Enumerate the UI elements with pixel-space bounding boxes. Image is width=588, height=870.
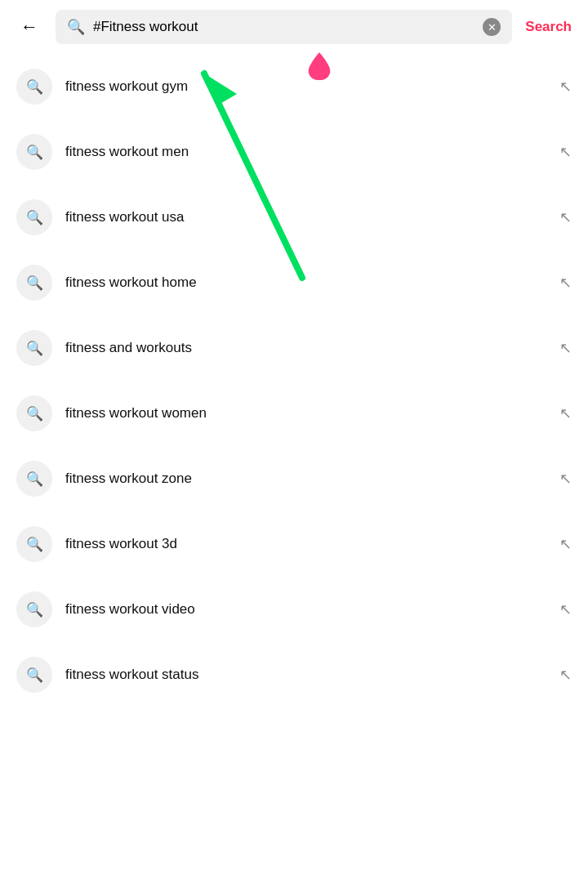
- search-circle-icon: 🔍: [16, 330, 52, 366]
- arrow-up-left-icon: ↖: [559, 208, 572, 226]
- search-circle-icon: 🔍: [16, 134, 52, 170]
- list-item[interactable]: 🔍 fitness workout gym ↖: [0, 54, 588, 119]
- search-icon: 🔍: [26, 209, 43, 226]
- arrow-up-left-icon: ↖: [559, 274, 572, 292]
- search-circle-icon: 🔍: [16, 265, 52, 301]
- list-item[interactable]: 🔍 fitness workout status ↖: [0, 642, 588, 707]
- back-arrow-icon: ←: [20, 16, 38, 38]
- list-item[interactable]: 🔍 fitness workout men ↖: [0, 119, 588, 185]
- search-icon: 🔍: [26, 274, 43, 292]
- suggestion-text: fitness workout usa: [65, 209, 559, 225]
- search-icon: 🔍: [26, 340, 43, 357]
- suggestion-text: fitness workout 3d: [65, 536, 559, 552]
- search-icon: 🔍: [67, 18, 85, 36]
- search-circle-icon: 🔍: [16, 69, 52, 105]
- suggestion-text: fitness workout video: [65, 601, 559, 618]
- list-item[interactable]: 🔍 fitness workout women ↖: [0, 381, 588, 446]
- list-item[interactable]: 🔍 fitness workout 3d ↖: [0, 511, 588, 577]
- suggestion-text: fitness workout home: [65, 274, 559, 291]
- list-item[interactable]: 🔍 fitness and workouts ↖: [0, 315, 588, 381]
- search-circle-icon: 🔍: [16, 461, 52, 497]
- suggestion-text: fitness workout status: [65, 667, 559, 683]
- search-circle-icon: 🔍: [16, 395, 52, 431]
- suggestion-text: fitness workout women: [65, 405, 559, 422]
- search-icon: 🔍: [26, 471, 43, 488]
- list-item[interactable]: 🔍 fitness workout home ↖: [0, 250, 588, 315]
- search-icon: 🔍: [26, 601, 43, 618]
- suggestion-text: fitness and workouts: [65, 340, 559, 356]
- search-icon: 🔍: [26, 536, 43, 553]
- back-button[interactable]: ←: [13, 11, 46, 43]
- arrow-up-left-icon: ↖: [559, 666, 572, 684]
- search-icon: 🔍: [26, 144, 43, 161]
- search-circle-icon: 🔍: [16, 199, 52, 235]
- clear-icon: ✕: [488, 22, 497, 33]
- search-button[interactable]: Search: [522, 16, 575, 38]
- clear-button[interactable]: ✕: [483, 18, 501, 36]
- search-circle-icon: 🔍: [16, 526, 52, 562]
- search-header: ← 🔍 #Fitness workout ✕ Search: [0, 0, 588, 54]
- arrow-up-left-icon: ↖: [559, 143, 572, 161]
- arrow-up-left-icon: ↖: [559, 404, 572, 422]
- suggestion-list: 🔍 fitness workout gym ↖ 🔍 fitness workou…: [0, 54, 588, 707]
- search-icon: 🔍: [26, 405, 43, 422]
- list-item[interactable]: 🔍 fitness workout video ↖: [0, 577, 588, 642]
- suggestion-text: fitness workout zone: [65, 471, 559, 487]
- search-icon: 🔍: [26, 667, 43, 684]
- list-item[interactable]: 🔍 fitness workout usa ↖: [0, 185, 588, 250]
- arrow-up-left-icon: ↖: [559, 78, 572, 96]
- search-input[interactable]: #Fitness workout: [93, 19, 474, 35]
- search-icon: 🔍: [26, 78, 43, 96]
- arrow-up-left-icon: ↖: [559, 600, 572, 618]
- search-circle-icon: 🔍: [16, 657, 52, 693]
- suggestion-text: fitness workout men: [65, 144, 559, 160]
- search-circle-icon: 🔍: [16, 591, 52, 627]
- list-item[interactable]: 🔍 fitness workout zone ↖: [0, 446, 588, 511]
- suggestion-text: fitness workout gym: [65, 78, 559, 95]
- arrow-up-left-icon: ↖: [559, 339, 572, 357]
- search-bar[interactable]: 🔍 #Fitness workout ✕: [56, 10, 512, 44]
- arrow-up-left-icon: ↖: [559, 535, 572, 553]
- arrow-up-left-icon: ↖: [559, 470, 572, 488]
